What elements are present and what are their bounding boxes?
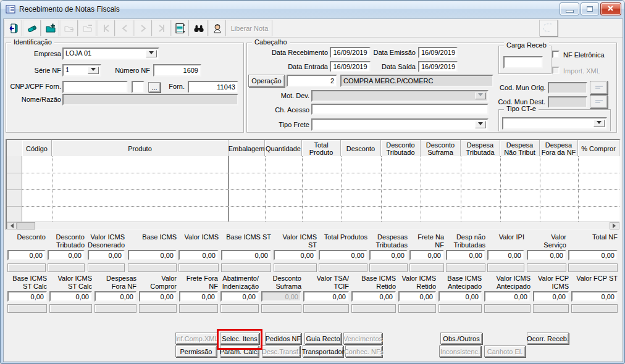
carga-receb-input[interactable] — [503, 56, 543, 68]
forn-input[interactable]: 11043 — [188, 81, 238, 93]
nav-first-icon — [101, 23, 112, 34]
totals-field[interactable]: 0,00 — [179, 291, 218, 302]
totals-field[interactable]: 0,00 — [7, 291, 47, 302]
totals-field[interactable]: 0,00 — [88, 250, 125, 260]
totals-field[interactable]: 0,00 — [571, 291, 618, 302]
grid-view-button[interactable] — [171, 20, 189, 36]
chevron-down-icon[interactable] — [146, 50, 157, 57]
last-record-button[interactable] — [153, 20, 170, 36]
totals-field[interactable]: 0,00 — [178, 250, 219, 260]
search-button[interactable] — [190, 20, 208, 36]
close-button[interactable] — [600, 2, 621, 15]
totals-field[interactable]: 0,00 — [446, 250, 485, 260]
user-button[interactable] — [208, 20, 226, 36]
totals-field[interactable]: 0,00 — [438, 291, 482, 302]
footer-button-obs-outros[interactable]: Obs./Outros — [440, 333, 482, 344]
totals-field[interactable]: 0,00 — [351, 291, 396, 302]
totals-field[interactable]: 0,00 — [487, 250, 524, 260]
chevron-down-icon[interactable] — [88, 67, 99, 74]
numero-nf-input[interactable]: 1609 — [153, 64, 201, 77]
first-record-button[interactable] — [97, 20, 115, 36]
totals-field[interactable]: 0,00 — [139, 291, 177, 302]
grid-column-header[interactable]: Despesa Fora da NF — [540, 140, 578, 156]
scrollbar-thumb[interactable] — [17, 222, 35, 230]
cnpj-cpf-input[interactable] — [62, 81, 128, 93]
tipo-frete-combobox[interactable] — [311, 118, 489, 131]
aux-toolbar-button[interactable] — [539, 20, 558, 36]
totals-field[interactable]: 0,00 — [568, 250, 618, 260]
grid-horizontal-scrollbar[interactable] — [7, 221, 619, 230]
totals-field[interactable]: 0,00 — [7, 250, 46, 260]
maximize-button[interactable] — [581, 2, 599, 15]
footer-button-guia-recto[interactable]: Guia Recto — [304, 333, 342, 344]
totals-field[interactable]: 0,00 — [527, 250, 566, 260]
grid-column-header[interactable]: Desconto Tributado — [381, 140, 421, 156]
grid-column-header[interactable]: Total Produto — [302, 140, 341, 156]
grid-column-header[interactable]: Desconto — [341, 140, 381, 156]
edit-button[interactable] — [23, 20, 41, 36]
operacao-codigo-input[interactable]: 2 — [287, 75, 337, 87]
chevron-down-icon — [475, 93, 486, 99]
cod-mun-orig-lookup-button[interactable] — [590, 81, 608, 94]
totals-field[interactable]: 0,00 — [221, 250, 271, 260]
fornecedor-lookup-button[interactable]: ... — [148, 82, 161, 93]
data-entrada-input[interactable]: 16/09/2019 — [330, 61, 371, 72]
grid-column-header[interactable]: % Compror — [578, 140, 619, 156]
insert-button[interactable] — [41, 20, 59, 36]
totals-field[interactable]: 0,00 — [128, 250, 177, 260]
totals-filler-box — [484, 304, 531, 313]
data-recebimento-input[interactable]: 16/09/2019 — [330, 47, 371, 58]
scroll-right-button[interactable] — [610, 222, 619, 230]
totals-field[interactable]: 0,00 — [398, 291, 436, 302]
post-button[interactable] — [60, 20, 78, 36]
data-saida-input[interactable]: 16/09/2019 — [418, 61, 458, 72]
tipo-cte-combobox[interactable] — [502, 117, 607, 130]
cancel-button[interactable] — [78, 20, 96, 36]
footer-button-ocorr-receb[interactable]: Ocorr. Receb. — [527, 333, 569, 344]
footer-button-selec-itens[interactable]: Selec. Itens — [220, 333, 259, 344]
grid-column-header[interactable]: Embalagem — [229, 140, 265, 156]
grid-column-header[interactable]: Código — [22, 140, 52, 156]
minimize-button[interactable] — [560, 2, 579, 15]
totals-field[interactable]: 0,00 — [49, 291, 92, 302]
scroll-left-button[interactable] — [7, 222, 17, 230]
totals-field[interactable]: 0,00 — [484, 291, 531, 302]
chevron-down-icon[interactable] — [475, 121, 486, 128]
totals-field[interactable]: 0,00 — [533, 291, 569, 302]
app-window: Recebimento de Notas Fiscais Liberar Not… — [0, 0, 625, 364]
exit-button[interactable] — [4, 20, 22, 36]
nf-eletronica-checkbox[interactable] — [552, 51, 560, 58]
ch-acesso-input[interactable] — [311, 104, 489, 115]
prior-record-button[interactable] — [115, 20, 133, 36]
footer-button-permiss-o[interactable]: Permissão — [175, 345, 217, 357]
next-record-button[interactable] — [134, 20, 152, 36]
cnpj-digit-input[interactable] — [132, 81, 145, 93]
grid-column-header[interactable]: Desconto Suframa — [421, 140, 461, 156]
totals-label: Frete Na NF — [409, 233, 444, 249]
grid-column-header[interactable]: Quantidade — [265, 140, 302, 156]
grid-column-header[interactable]: Produto — [52, 140, 229, 156]
totals-field[interactable]: 0,00 — [409, 250, 444, 260]
totals-field[interactable]: 0,00 — [94, 291, 136, 302]
totals-field[interactable]: 0,00 — [220, 291, 259, 302]
totals-field[interactable]: 0,00 — [369, 250, 408, 260]
grid-column-header[interactable]: Despesa Tributada — [461, 140, 500, 156]
grid-body[interactable] — [7, 156, 619, 221]
liberar-nota-button[interactable]: Liberar Nota — [227, 20, 272, 36]
totals-field[interactable]: 0,00 — [303, 291, 349, 302]
totals-field[interactable]: 0,00 — [274, 250, 317, 260]
footer-button-pedidos-nf[interactable]: Pedidos NF — [265, 333, 301, 344]
footer-button-param-calc[interactable]: Param. Calc. — [220, 345, 259, 357]
chevron-down-icon[interactable] — [594, 120, 605, 127]
totals-field[interactable]: 0,00 — [319, 250, 367, 260]
empresa-combobox[interactable]: LOJA 01 — [62, 48, 159, 60]
totals-field[interactable]: 0,00 — [48, 250, 85, 260]
title-bar[interactable]: Recebimento de Notas Fiscais — [1, 1, 624, 19]
operacao-button[interactable]: Operação — [248, 75, 285, 87]
grid-column-header[interactable]: Despesa Não Tribut — [500, 140, 540, 156]
serie-nf-combobox[interactable]: 1 — [62, 64, 101, 77]
footer-button-transportador[interactable]: Transportador — [303, 345, 343, 357]
cod-mun-dest-lookup-button[interactable] — [590, 95, 608, 109]
items-grid[interactable]: CódigoProdutoEmbalagemQuantidadeTotal Pr… — [6, 139, 621, 230]
data-emissao-input[interactable]: 16/09/2019 — [418, 47, 458, 58]
